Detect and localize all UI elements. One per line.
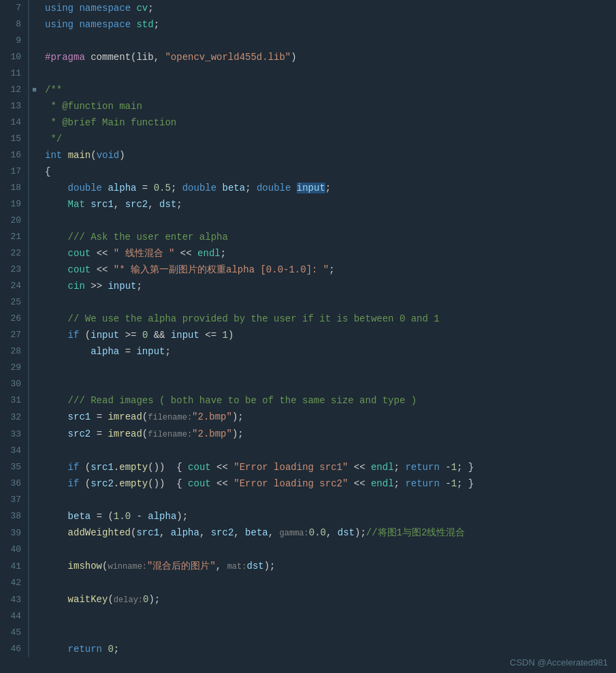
code-content: /// Read images ( both have to be of the… (39, 392, 615, 409)
code-content (39, 294, 615, 311)
table-row: 39 addWeighted(src1, alpha, src2, beta, … (0, 525, 615, 542)
code-content: using namespace std; (39, 16, 615, 33)
fold-gutter (29, 475, 39, 492)
line-number: 8 (0, 16, 29, 33)
fold-gutter (29, 245, 39, 262)
fold-gutter (29, 327, 39, 343)
table-row: 35 if (src1.empty()) { cout << "Error lo… (0, 459, 615, 475)
table-row: 29 (0, 360, 615, 376)
fold-gutter: ■ (29, 82, 39, 98)
code-content: cout << " 线性混合 " << endl; (39, 245, 615, 262)
fold-gutter (29, 575, 39, 591)
line-number: 13 (0, 98, 29, 114)
code-content: src2 = imread(filename:"2.bmp"); (39, 426, 615, 443)
line-number: 31 (0, 392, 29, 409)
code-content (39, 492, 615, 508)
code-content: using namespace cv; (39, 0, 615, 16)
line-number: 23 (0, 262, 29, 278)
code-content (39, 33, 615, 49)
line-number: 29 (0, 360, 29, 376)
line-number: 26 (0, 311, 29, 327)
line-number: 25 (0, 294, 29, 311)
code-content: { (39, 163, 615, 180)
fold-gutter (29, 360, 39, 376)
table-row: 25 (0, 294, 615, 311)
fold-gutter (29, 229, 39, 245)
line-number: 19 (0, 196, 29, 213)
code-content: cout << "* 输入第一副图片的权重alpha [0.0-1.0]: "; (39, 262, 615, 278)
fold-gutter (29, 591, 39, 608)
table-row: 15 */ (0, 131, 615, 147)
table-row: 10 #pragma comment(lib, "opencv_world455… (0, 49, 615, 65)
fold-gutter (29, 131, 39, 147)
line-number: 14 (0, 114, 29, 131)
table-row: 37 (0, 492, 615, 508)
fold-gutter (29, 213, 39, 229)
table-row: 44 (0, 608, 615, 625)
table-row: 13 * @function main (0, 98, 615, 114)
fold-gutter (29, 33, 39, 49)
code-content: cin >> input; (39, 278, 615, 294)
fold-gutter (29, 294, 39, 311)
code-content (39, 575, 615, 591)
table-row: 11 (0, 65, 615, 82)
fold-gutter (29, 180, 39, 196)
table-row: 23 cout << "* 输入第一副图片的权重alpha [0.0-1.0]:… (0, 262, 615, 278)
table-row: 14 * @brief Main function (0, 114, 615, 131)
line-number: 38 (0, 508, 29, 525)
table-row: 46 return 0; (0, 641, 615, 657)
line-number: 9 (0, 33, 29, 49)
fold-gutter (29, 343, 39, 360)
table-row: 18 double alpha = 0.5; double beta; doub… (0, 180, 615, 196)
line-number: 16 (0, 147, 29, 163)
code-content (39, 360, 615, 376)
line-number: 30 (0, 376, 29, 392)
code-content: /** (39, 82, 615, 98)
code-content: // We use the alpha provided by the user… (39, 311, 615, 327)
code-content: return 0; (39, 641, 615, 657)
line-number: 12 (0, 82, 29, 98)
code-content (39, 376, 615, 392)
line-number: 33 (0, 426, 29, 443)
code-content: /// Ask the user enter alpha (39, 229, 615, 245)
line-number: 32 (0, 409, 29, 426)
code-content (39, 542, 615, 558)
code-content: double alpha = 0.5; double beta; double … (39, 180, 615, 196)
line-number: 17 (0, 163, 29, 180)
line-number: 43 (0, 591, 29, 608)
code-content: */ (39, 131, 615, 147)
line-number: 20 (0, 213, 29, 229)
table-row: 27 if (input >= 0 && input <= 1) (0, 327, 615, 343)
fold-gutter (29, 558, 39, 575)
code-content: if (src2.empty()) { cout << "Error loadi… (39, 475, 615, 492)
code-content: alpha = input; (39, 343, 615, 360)
watermark: CSDN @Accelerated981 (510, 657, 608, 668)
fold-gutter (29, 625, 39, 641)
line-number: 21 (0, 229, 29, 245)
fold-gutter (29, 443, 39, 459)
fold-gutter (29, 16, 39, 33)
code-content: imshow(winname:"混合后的图片", mat:dst); (39, 558, 615, 575)
table-row: 22 cout << " 线性混合 " << endl; (0, 245, 615, 262)
code-content: if (src1.empty()) { cout << "Error loadi… (39, 459, 615, 475)
code-content (39, 65, 615, 82)
fold-gutter (29, 311, 39, 327)
table-row: 16 int main(void) (0, 147, 615, 163)
table-row: 38 beta = (1.0 - alpha); (0, 508, 615, 525)
line-number: 44 (0, 608, 29, 625)
line-number: 34 (0, 443, 29, 459)
table-row: 19 Mat src1, src2, dst; (0, 196, 615, 213)
code-editor: 7 using namespace cv; 8 using namespace … (0, 0, 616, 673)
code-content: #pragma comment(lib, "opencv_world455d.l… (39, 49, 615, 65)
code-content: src1 = imread(filename:"2.bmp"); (39, 409, 615, 426)
fold-gutter (29, 542, 39, 558)
line-number: 35 (0, 459, 29, 475)
line-number: 18 (0, 180, 29, 196)
table-row: 17 { (0, 163, 615, 180)
fold-gutter (29, 278, 39, 294)
line-number: 7 (0, 0, 29, 16)
table-row: 33 src2 = imread(filename:"2.bmp"); (0, 426, 615, 443)
table-row: 8 using namespace std; (0, 16, 615, 33)
code-content: Mat src1, src2, dst; (39, 196, 615, 213)
code-content: * @function main (39, 98, 615, 114)
